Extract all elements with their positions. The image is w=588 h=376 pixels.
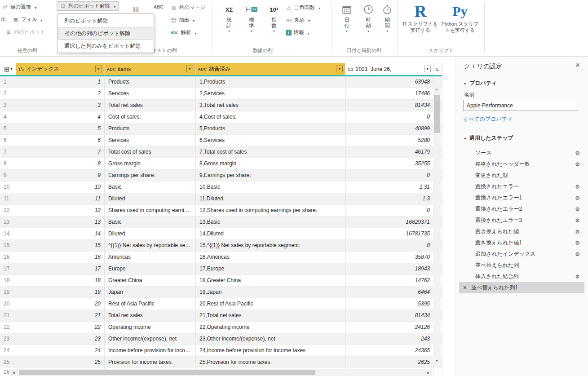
cell-merged[interactable]: 21,Total net sales — [196, 310, 346, 322]
horizontal-scrollbar[interactable]: ◀ ▶ — [10, 369, 432, 376]
row-number[interactable]: 19 — [0, 287, 16, 298]
cell-value[interactable]: 17486 — [346, 88, 434, 100]
gear-icon[interactable]: ⚙ — [575, 217, 580, 224]
run-r-script-button[interactable]: R R スクリプトを実行する — [402, 2, 438, 33]
standard-button[interactable]: +−÷× 標準 ▾ — [243, 3, 261, 33]
row-number[interactable]: 20 — [0, 298, 16, 310]
cell-value[interactable]: 35870 — [346, 252, 434, 263]
cell-merged[interactable]: 8,Gross margin — [196, 158, 346, 170]
vertical-scroll-thumb[interactable] — [434, 95, 440, 133]
horizontal-scroll-thumb[interactable] — [19, 370, 315, 375]
cell-items[interactable]: Gross margin — [105, 158, 196, 170]
cell-value[interactable]: 2625 — [346, 357, 434, 368]
cell-index[interactable]: 3 — [16, 100, 105, 111]
applied-step[interactable]: 置き換えられた値1⚙ — [459, 237, 584, 248]
row-number[interactable]: 10 — [0, 181, 16, 193]
cell-items[interactable]: Services — [105, 88, 196, 100]
cell-items[interactable]: Services — [105, 135, 196, 146]
cell-index[interactable]: 24 — [16, 345, 105, 357]
menu-item[interactable]: その他の列のピボット解除 — [58, 27, 153, 40]
cell-items[interactable]: Diluted — [105, 228, 196, 240]
cell-items[interactable]: Americas — [105, 252, 196, 263]
format-icon[interactable]: ABC — [154, 4, 164, 9]
cell-index[interactable]: 20 — [16, 298, 105, 310]
cell-items[interactable]: Other income/(expense), net — [105, 333, 196, 345]
cell-merged[interactable]: 4,Cost of sales: — [196, 111, 346, 123]
cell-items[interactable]: Provision for income taxes — [105, 357, 196, 368]
cell-items[interactable]: Diluted — [105, 193, 196, 205]
trigonometry-button[interactable]: △ 三角関数 — [286, 4, 320, 11]
scroll-down-icon[interactable]: ▼ — [433, 357, 441, 365]
cell-index[interactable]: 7 — [16, 146, 105, 158]
scroll-left-icon[interactable]: ◀ — [10, 369, 17, 376]
parse-button[interactable]: abc 解析 — [171, 29, 196, 36]
cell-index[interactable]: 13 — [16, 217, 105, 228]
cell-index[interactable]: 16 — [16, 252, 105, 263]
cell-value[interactable]: 24365 — [346, 345, 434, 357]
all-properties-link[interactable]: すべてのプロパティ — [463, 115, 513, 123]
cell-index[interactable]: 23 — [16, 333, 105, 345]
pivot-column-button[interactable]: ⊞ 列のピボット — [5, 29, 45, 35]
row-number[interactable]: 21 — [0, 310, 16, 322]
cell-value[interactable]: 5395 — [346, 298, 434, 310]
cell-value[interactable]: 35255 — [346, 158, 434, 170]
applied-steps-section-header[interactable]: ▲ 適用したステップ — [463, 134, 513, 142]
cell-index[interactable]: 1 — [16, 76, 105, 88]
applied-step[interactable]: ×並べ替えられた列1 — [459, 282, 584, 293]
rounding-button[interactable]: .00 丸め — [286, 17, 310, 23]
cell-index[interactable]: 25 — [16, 357, 105, 368]
row-number[interactable]: 4 — [0, 111, 16, 123]
scroll-up-icon[interactable]: ▲ — [433, 85, 441, 93]
cell-value[interactable]: 5280 — [346, 135, 434, 146]
applied-step[interactable]: ソース⚙ — [459, 147, 584, 159]
menu-item[interactable]: 列のピボット解除 — [58, 14, 153, 27]
cell-value[interactable]: 1.31 — [346, 181, 434, 193]
applied-step[interactable]: 置換されたエラー⚙ — [459, 181, 584, 192]
cell-merged[interactable]: 9,Earnings per share: — [196, 170, 346, 181]
information-button[interactable]: i 情報 — [286, 29, 309, 36]
row-number[interactable]: 11 — [0, 193, 16, 205]
cell-value[interactable]: 0 — [346, 170, 434, 181]
cell-items[interactable]: ^{(1)} Net sales by reportable segment: — [105, 240, 196, 252]
cell-items[interactable]: Total cost of sales — [105, 146, 196, 158]
cell-items[interactable]: Total net sales — [105, 310, 196, 322]
cell-items[interactable]: Income before provision for income taxes — [105, 345, 196, 357]
cell-value[interactable]: 63948 — [346, 76, 434, 88]
run-python-script-button[interactable]: Py Python スクリプトを実行する — [439, 2, 481, 33]
cell-value[interactable]: 0 — [346, 111, 434, 123]
cell-index[interactable]: 9 — [16, 170, 105, 181]
delete-step-icon[interactable]: × — [463, 282, 467, 293]
cell-merged[interactable]: 6,Services — [196, 135, 346, 146]
applied-step[interactable]: 置換されたエラー1⚙ — [459, 192, 584, 203]
row-number[interactable]: 25 — [0, 357, 16, 368]
cell-index[interactable]: 4 — [16, 111, 105, 123]
cell-index[interactable]: 5 — [16, 123, 105, 135]
cell-index[interactable]: 17 — [16, 263, 105, 275]
row-number[interactable]: 5 — [0, 123, 16, 135]
gear-icon[interactable]: ⚙ — [575, 274, 580, 280]
applied-step[interactable]: 挿入された結合列⚙ — [459, 271, 584, 282]
cell-value[interactable]: 14762 — [346, 275, 434, 287]
filter-button[interactable]: ▾ — [424, 66, 431, 72]
duration-button[interactable]: 期間 ▾ — [378, 3, 396, 33]
cell-index[interactable]: 22 — [16, 322, 105, 333]
cell-value[interactable]: 46179 — [346, 146, 434, 158]
cell-items[interactable]: Earnings per share: — [105, 170, 196, 181]
cell-index[interactable]: 11 — [16, 193, 105, 205]
date-button[interactable]: 日付 ▾ — [338, 3, 356, 33]
cell-items[interactable]: Greater China — [105, 275, 196, 287]
cell-items[interactable]: Basic — [105, 181, 196, 193]
cell-items[interactable]: Products — [105, 123, 196, 135]
column-header[interactable]: ABC結合済み▾ — [196, 63, 346, 76]
cell-items[interactable]: Japan — [105, 287, 196, 298]
extract-button[interactable]: ABC123 抽出 — [171, 17, 195, 23]
query-name-input[interactable] — [463, 100, 578, 111]
vertical-scrollbar[interactable]: ▲ ▼ — [433, 85, 441, 365]
split-column-icon[interactable]: ▥ — [133, 4, 140, 13]
cell-items[interactable]: Operating income — [105, 322, 196, 333]
cell-merged[interactable]: 13,Basic — [196, 217, 346, 228]
partial-button-label[interactable]: 出 — [1, 16, 6, 23]
cell-value[interactable]: 0 — [346, 205, 434, 217]
time-button[interactable]: 時刻 ▾ — [359, 3, 377, 33]
cell-merged[interactable]: 3,Total net sales — [196, 100, 346, 111]
